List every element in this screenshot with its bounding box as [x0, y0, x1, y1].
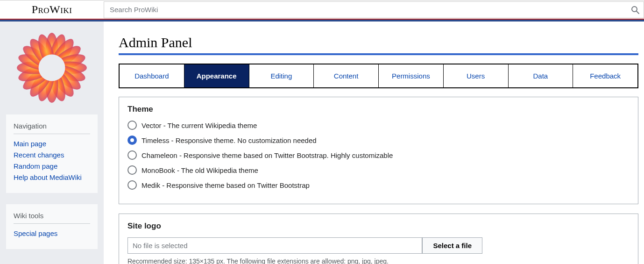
- theme-option-label[interactable]: Vector - The current Wikipedia theme: [142, 121, 257, 129]
- select-file-button[interactable]: Select a file: [422, 237, 482, 254]
- theme-option-row: Chameleon - Responsive theme based on Tw…: [127, 150, 630, 160]
- tab-data[interactable]: Data: [509, 64, 573, 87]
- tools-item: Special pages: [14, 229, 90, 237]
- file-selector-row: No file is selected Select a file: [127, 237, 482, 254]
- tab-feedback[interactable]: Feedback: [573, 64, 637, 87]
- theme-options: Vector - The current Wikipedia themeTime…: [127, 121, 630, 190]
- page-title: Admin Panel: [119, 35, 638, 55]
- main-content: Admin Panel DashboardAppearanceEditingCo…: [104, 21, 644, 264]
- theme-radio[interactable]: [127, 136, 137, 145]
- navigation-heading: Navigation: [14, 122, 90, 134]
- site-logo-title: Site logo: [127, 221, 630, 231]
- search-icon[interactable]: [627, 1, 644, 18]
- theme-radio[interactable]: [127, 180, 137, 190]
- svg-point-22: [39, 55, 65, 81]
- nav-link[interactable]: Main page: [14, 140, 46, 148]
- site-logo[interactable]: [17, 33, 87, 103]
- tools-link[interactable]: Special pages: [14, 229, 57, 237]
- tab-dashboard[interactable]: Dashboard: [120, 64, 184, 87]
- theme-option-label[interactable]: Timeless - Responsive theme. No customiz…: [142, 136, 317, 144]
- brand-title: ProWiki: [0, 3, 104, 16]
- nav-item: Recent changes: [14, 151, 90, 159]
- sidebar: Navigation Main pageRecent changesRandom…: [0, 21, 104, 264]
- nav-link[interactable]: Help about MediaWiki: [14, 173, 82, 181]
- tab-content[interactable]: Content: [314, 64, 379, 87]
- tab-appearance[interactable]: Appearance: [184, 64, 249, 87]
- theme-option-label[interactable]: Chameleon - Responsive theme based on Tw…: [142, 151, 393, 159]
- svg-line-1: [637, 11, 639, 14]
- navigation-box: Navigation Main pageRecent changesRandom…: [6, 114, 98, 193]
- tab-permissions[interactable]: Permissions: [379, 64, 444, 87]
- theme-radio[interactable]: [127, 121, 137, 130]
- tab-users[interactable]: Users: [444, 64, 509, 87]
- wiki-tools-heading: Wiki tools: [14, 212, 90, 224]
- theme-panel: Theme Vector - The current Wikipedia the…: [119, 97, 638, 204]
- nav-item: Help about MediaWiki: [14, 173, 90, 181]
- search-box: [104, 1, 644, 18]
- theme-panel-title: Theme: [127, 105, 630, 114]
- file-hint: Recommended size: 135×135 px. The follow…: [127, 257, 630, 264]
- theme-option-label[interactable]: Medik - Responsive theme based on Twitte…: [142, 181, 310, 189]
- nav-item: Random page: [14, 162, 90, 170]
- site-logo-panel: Site logo No file is selected Select a f…: [119, 214, 638, 264]
- file-display: No file is selected: [127, 237, 422, 254]
- search-input[interactable]: [104, 2, 627, 18]
- nav-link[interactable]: Recent changes: [14, 151, 64, 159]
- nav-link[interactable]: Random page: [14, 162, 57, 170]
- theme-option-row: Medik - Responsive theme based on Twitte…: [127, 180, 630, 190]
- theme-option-row: Vector - The current Wikipedia theme: [127, 121, 630, 130]
- theme-option-row: MonoBook - The old Wikipedia theme: [127, 165, 630, 175]
- wiki-tools-list: Special pages: [14, 229, 90, 237]
- theme-radio[interactable]: [127, 150, 137, 160]
- tab-editing[interactable]: Editing: [249, 64, 314, 87]
- theme-option-label[interactable]: MonoBook - The old Wikipedia theme: [142, 166, 258, 174]
- admin-tabs: DashboardAppearanceEditingContentPermiss…: [119, 64, 638, 88]
- theme-option-row: Timeless - Responsive theme. No customiz…: [127, 136, 630, 145]
- nav-item: Main page: [14, 140, 90, 148]
- navigation-list: Main pageRecent changesRandom pageHelp a…: [14, 140, 90, 181]
- wiki-tools-box: Wiki tools Special pages: [6, 204, 98, 250]
- theme-radio[interactable]: [127, 165, 137, 175]
